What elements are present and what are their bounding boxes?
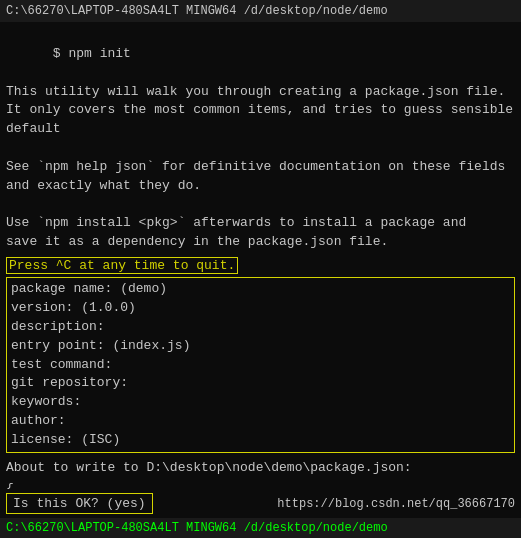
json-line-0: { [6, 480, 515, 489]
json-output: { "name": "demo", "version": "1.0.0", "d… [6, 480, 515, 489]
terminal-content[interactable]: $ npm init This utility will walk you th… [0, 22, 521, 489]
ok-prompt-wrapper: Is this OK? (yes) [6, 493, 153, 514]
field-license: license: (ISC) [11, 431, 510, 450]
dollar-sign: $ [53, 46, 69, 61]
blank-line-2 [6, 196, 515, 215]
terminal-window: C:\66270\LAPTOP-480SA4LT MINGW64 /d/desk… [0, 0, 521, 538]
blank-line-1 [6, 139, 515, 158]
info-line-1: This utility will walk you through creat… [6, 83, 515, 102]
info-line-5: Use `npm install <pkg>` afterwards to in… [6, 214, 515, 233]
bottom-title-text: C:\66270\LAPTOP-480SA4LT MINGW64 /d/desk… [6, 521, 388, 535]
info-line-6: save it as a dependency in the package.j… [6, 233, 515, 252]
field-keywords: keywords: [11, 393, 510, 412]
about-line: About to write to D:\desktop\node\demo\p… [6, 459, 515, 478]
npm-init-cmd: npm init [68, 46, 130, 61]
ok-prompt-text[interactable]: Is this OK? (yes) [6, 493, 153, 514]
prompt-line: $ npm init [6, 26, 515, 83]
info-line-4: and exactly what they do. [6, 177, 515, 196]
bottom-bar: Is this OK? (yes) https://blog.csdn.net/… [0, 489, 521, 518]
title-bar: C:\66270\LAPTOP-480SA4LT MINGW64 /d/desk… [0, 0, 521, 22]
info-line-2: It only covers the most common items, an… [6, 101, 515, 139]
field-entry-point: entry point: (index.js) [11, 337, 510, 356]
info-line-3: See `npm help json` for definitive docum… [6, 158, 515, 177]
title-bar-text: C:\66270\LAPTOP-480SA4LT MINGW64 /d/desk… [6, 4, 388, 18]
input-fields-box: package name: (demo) version: (1.0.0) de… [6, 277, 515, 453]
field-description: description: [11, 318, 510, 337]
url-text: https://blog.csdn.net/qq_36667170 [277, 497, 515, 511]
field-package-name: package name: (demo) [11, 280, 510, 299]
field-git-repo: git repository: [11, 374, 510, 393]
field-author: author: [11, 412, 510, 431]
press-ctrl-c-box: Press ^C at any time to quit. [6, 256, 515, 275]
press-quit-text: Press ^C at any time to quit. [6, 257, 238, 274]
field-version: version: (1.0.0) [11, 299, 510, 318]
field-test-command: test command: [11, 356, 510, 375]
bottom-title-bar: C:\66270\LAPTOP-480SA4LT MINGW64 /d/desk… [0, 518, 521, 538]
